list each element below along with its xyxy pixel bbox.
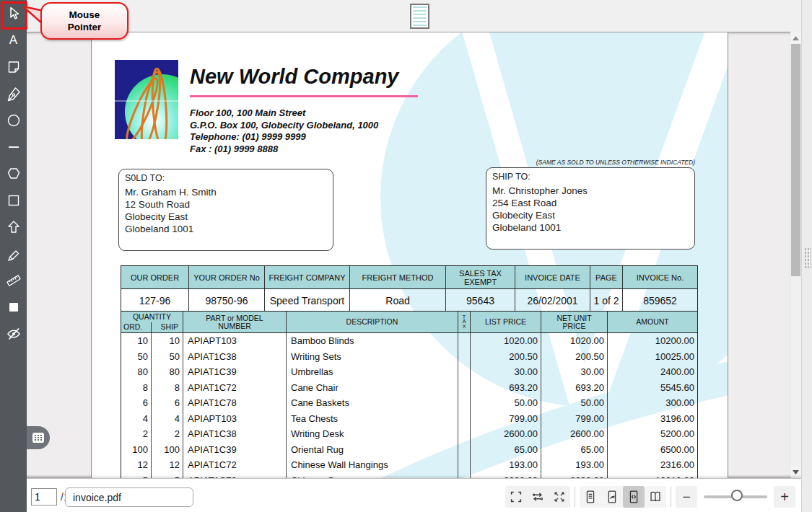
fit-width-button[interactable] [527,486,549,508]
list-price-cell: 799.00 [471,411,541,427]
ship-to-note: (SAME AS SOLD TO UNLESS OTHERWISE INDICA… [486,159,695,166]
part-cell: APIAPT103 [183,333,287,349]
net-unit-price-cell: 2600.00 [541,426,608,442]
scroll-down-button[interactable] [790,467,801,477]
zoom-slider-knob[interactable] [731,490,743,501]
tax-cell [458,395,471,411]
company-address: Floor 100, 100 Main Street G.P.O. Box 10… [190,107,378,155]
part-cell: APIAT1C39 [183,364,287,380]
table-row: 2 2 APIAT1C38 Writing Desk 2600.00 2600.… [121,426,697,442]
panel-drag-grip[interactable] [804,247,811,270]
tool-hide-annotations-button[interactable] [3,323,25,345]
amount-cell: 300.00 [608,395,697,411]
tool-ellipse-button[interactable] [3,110,25,131]
ship-cell: 6 [152,395,183,411]
grid-panel-toggle-button[interactable] [27,426,50,449]
net-unit-price-cell: 1020.00 [541,333,608,349]
bottom-bar: /1 [27,478,801,512]
list-price-cell: 1020.00 [471,333,541,349]
filename-input[interactable] [65,487,193,507]
arrow-icon [6,219,22,235]
ord-cell: 10 [121,333,152,349]
net-unit-price-cell: 693.20 [541,380,608,396]
tool-line-button[interactable] [3,136,25,158]
right-panel-edge [801,0,812,512]
zoom-slider[interactable] [704,495,767,498]
book-view-button[interactable] [645,486,666,508]
ship-cell: 50 [152,349,183,365]
amount-cell: 10200.00 [608,333,697,349]
description-cell: Writing Sets [287,349,458,365]
fit-page-button[interactable] [549,486,570,508]
amount-cell: 5545.60 [608,380,697,396]
page-number-input[interactable] [31,488,57,506]
eye-off-icon [6,326,22,342]
tool-arrow-button[interactable] [3,216,25,238]
table-row: 50 50 APIAT1C38 Writing Sets 200.50 200.… [121,349,697,365]
tax-cell [458,473,471,479]
tool-note-button[interactable] [3,56,25,78]
scroll-up-button[interactable] [790,32,801,43]
tool-pen-button[interactable] [3,83,25,105]
ord-cell: 100 [121,442,152,458]
table-row: 10 10 APIAPT103 Bamboo Blinds 1020.00 10… [121,333,697,349]
tool-text-button[interactable]: A [3,30,25,51]
text-icon: A [9,33,17,48]
description-cell: Umbrellas [287,364,458,380]
table-row: 8 8 APIAT1C72 Cane Chair 693.20 693.20 5… [121,380,697,396]
fit-controls-group [505,486,570,508]
amount-cell: 2316.00 [608,457,697,473]
fullscreen-button[interactable] [505,486,527,508]
ord-cell: 2 [121,426,152,442]
tax-cell [458,364,471,380]
toolbar-divider [575,487,575,507]
top-bar [27,0,812,32]
ship-to-box: SHIP TO: Mr. Christopher Jones 254 East … [486,167,695,250]
line-items-header: QUANTITY ORD. SHIP PART or MODEL NUMBER … [121,312,697,333]
tool-highlighter-button[interactable] [3,243,25,265]
ruler-icon [6,273,22,288]
tool-ruler-button[interactable] [3,270,25,291]
fit-page-icon [551,489,567,505]
page-thumbnail[interactable] [410,4,429,29]
ship-cell: 5 [152,473,183,479]
page-jump-icon [604,489,620,505]
description-cell: Chinese Wall Hangings [287,457,458,473]
tool-filled-rectangle-button[interactable] [3,296,25,318]
ship-to-label: SHIP TO: [492,171,689,183]
table-row: 12 12 APIAT1C72 Chinese Wall Hangings 19… [121,457,697,473]
order-info-value-row: 127-96 98750-96 Speed Transport Road 956… [121,289,697,312]
grid-icon [32,432,45,443]
net-unit-price-cell: 193.00 [541,457,608,473]
line-items-table: QUANTITY ORD. SHIP PART or MODEL NUMBER … [121,311,698,478]
vertical-scroll-view-button[interactable] [623,486,645,508]
document-viewport: New World Company Floor 100, 100 Main St… [27,32,790,478]
net-unit-price-header: NET UNIT PRICE [541,312,608,332]
description-cell: Cane Chair [287,380,458,396]
amount-header: AMOUNT [608,312,697,332]
ord-cell: 6 [121,395,152,411]
pdf-page[interactable]: New World Company Floor 100, 100 Main St… [91,32,728,478]
pen-icon [6,86,22,102]
ord-cell: 12 [121,457,152,473]
ship-cell: 12 [152,457,183,473]
list-price-cell: 200.50 [471,349,541,365]
zoom-out-button[interactable]: − [676,486,697,508]
tool-rectangle-button[interactable] [3,190,25,211]
book-icon [647,489,663,505]
polygon-icon [6,166,22,182]
page-jump-view-button[interactable] [601,486,623,508]
rectangle-icon [6,193,22,208]
single-page-icon [582,489,598,505]
tool-polygon-button[interactable] [3,163,25,185]
amount-cell: 5200.00 [608,426,697,442]
zoom-in-button[interactable]: + [774,486,795,508]
annotation-toolbar: A [0,0,27,512]
filled-rectangle-icon [6,299,22,315]
company-logo [115,60,178,139]
ord-cell: 80 [121,364,152,380]
scrollbar-thumb[interactable] [791,44,800,276]
vertical-scrollbar[interactable] [790,32,801,478]
single-page-view-button[interactable] [580,486,601,508]
tax-cell [458,380,471,396]
